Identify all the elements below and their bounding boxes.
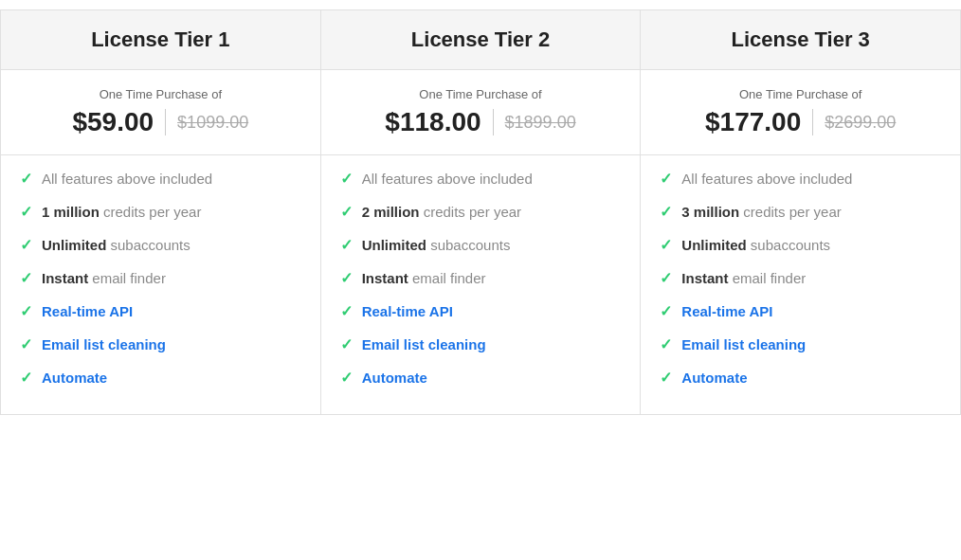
features-list-3: ✓All features above included✓3 million c… xyxy=(641,155,960,414)
features-list-2: ✓All features above included✓2 million c… xyxy=(321,155,641,414)
current-price-2: $118.00 xyxy=(385,107,480,137)
tier-header-1: License Tier 1 xyxy=(1,10,320,70)
tier-header-2: License Tier 2 xyxy=(321,10,641,70)
feature-text-2-6[interactable]: Email list cleaning xyxy=(362,334,486,354)
check-icon-1-6: ✓ xyxy=(20,335,32,353)
price-row-1: $59.00$1099.00 xyxy=(20,107,301,137)
check-icon-2-3: ✓ xyxy=(340,236,353,254)
tier-card-1: License Tier 1One Time Purchase of$59.00… xyxy=(0,9,320,415)
feature-item-3-6: ✓Email list cleaning xyxy=(660,334,941,354)
check-icon-3-6: ✓ xyxy=(660,335,672,353)
feature-text-2-1: All features above included xyxy=(362,169,533,189)
feature-text-3-1: All features above included xyxy=(681,169,852,189)
feature-item-3-2: ✓3 million credits per year xyxy=(660,202,941,222)
feature-text-3-4: Instant email finder xyxy=(681,268,806,288)
check-icon-1-4: ✓ xyxy=(20,269,32,287)
check-icon-2-5: ✓ xyxy=(340,302,353,320)
tier-title-2: License Tier 2 xyxy=(340,27,622,52)
price-row-2: $118.00$1899.00 xyxy=(340,107,622,137)
check-icon-3-1: ✓ xyxy=(660,170,672,188)
feature-text-1-3: Unlimited subaccounts xyxy=(42,235,190,255)
price-divider-1 xyxy=(165,109,166,135)
current-price-3: $177.00 xyxy=(705,107,801,137)
feature-item-2-2: ✓2 million credits per year xyxy=(340,202,622,222)
feature-text-2-3: Unlimited subaccounts xyxy=(362,235,511,255)
feature-item-2-1: ✓All features above included xyxy=(340,169,622,189)
feature-text-2-2: 2 million credits per year xyxy=(362,202,521,222)
check-icon-3-3: ✓ xyxy=(660,236,672,254)
one-time-label-2: One Time Purchase of xyxy=(340,87,622,101)
feature-text-1-7[interactable]: Automate xyxy=(42,368,107,388)
check-icon-1-5: ✓ xyxy=(20,302,32,320)
feature-text-1-1: All features above included xyxy=(42,169,212,189)
feature-item-1-2: ✓1 million credits per year xyxy=(20,202,301,222)
feature-text-3-2: 3 million credits per year xyxy=(681,202,841,222)
one-time-label-3: One Time Purchase of xyxy=(660,87,941,101)
feature-text-2-4: Instant email finder xyxy=(362,268,486,288)
tier-card-3: License Tier 3One Time Purchase of$177.0… xyxy=(640,9,961,415)
feature-item-1-3: ✓Unlimited subaccounts xyxy=(20,235,301,255)
feature-item-3-1: ✓All features above included xyxy=(660,169,941,189)
check-icon-1-1: ✓ xyxy=(20,170,32,188)
feature-text-1-2: 1 million credits per year xyxy=(42,202,201,222)
feature-text-3-5[interactable]: Real-time API xyxy=(681,301,772,321)
feature-text-3-3: Unlimited subaccounts xyxy=(681,235,830,255)
feature-item-1-5: ✓Real-time API xyxy=(20,301,301,321)
price-divider-3 xyxy=(812,109,813,135)
check-icon-3-2: ✓ xyxy=(660,203,672,221)
feature-item-3-5: ✓Real-time API xyxy=(660,301,941,321)
check-icon-1-2: ✓ xyxy=(20,203,32,221)
feature-item-2-4: ✓Instant email finder xyxy=(340,268,622,288)
check-icon-2-1: ✓ xyxy=(340,170,353,188)
check-icon-2-6: ✓ xyxy=(340,335,353,353)
tier-pricing-2: One Time Purchase of$118.00$1899.00 xyxy=(321,70,641,155)
tier-pricing-3: One Time Purchase of$177.00$2699.00 xyxy=(641,70,960,155)
feature-item-2-6: ✓Email list cleaning xyxy=(340,334,622,354)
check-icon-2-7: ✓ xyxy=(340,369,353,387)
price-divider-2 xyxy=(493,109,494,135)
feature-text-1-6[interactable]: Email list cleaning xyxy=(42,334,166,354)
feature-item-2-3: ✓Unlimited subaccounts xyxy=(340,235,622,255)
feature-text-2-7[interactable]: Automate xyxy=(362,368,427,388)
feature-item-3-3: ✓Unlimited subaccounts xyxy=(660,235,941,255)
check-icon-3-5: ✓ xyxy=(660,302,672,320)
feature-text-3-6[interactable]: Email list cleaning xyxy=(681,334,806,354)
check-icon-2-2: ✓ xyxy=(340,203,353,221)
feature-item-1-1: ✓All features above included xyxy=(20,169,301,189)
feature-text-1-5[interactable]: Real-time API xyxy=(42,301,133,321)
feature-item-1-4: ✓Instant email finder xyxy=(20,268,301,288)
pricing-container: License Tier 1One Time Purchase of$59.00… xyxy=(0,9,961,415)
feature-text-2-5[interactable]: Real-time API xyxy=(362,301,453,321)
tier-card-2: License Tier 2One Time Purchase of$118.0… xyxy=(320,9,641,415)
feature-item-2-7: ✓Automate xyxy=(340,368,622,388)
one-time-label-1: One Time Purchase of xyxy=(20,87,301,101)
feature-item-3-4: ✓Instant email finder xyxy=(660,268,941,288)
tier-title-1: License Tier 1 xyxy=(20,27,301,52)
check-icon-3-4: ✓ xyxy=(660,269,672,287)
tier-pricing-1: One Time Purchase of$59.00$1099.00 xyxy=(1,70,320,155)
check-icon-1-3: ✓ xyxy=(20,236,32,254)
original-price-3: $2699.00 xyxy=(825,113,896,133)
original-price-1: $1099.00 xyxy=(177,113,248,133)
features-list-1: ✓All features above included✓1 million c… xyxy=(1,155,320,414)
check-icon-3-7: ✓ xyxy=(660,369,672,387)
tier-header-3: License Tier 3 xyxy=(641,10,960,70)
feature-text-3-7[interactable]: Automate xyxy=(681,368,747,388)
feature-item-1-7: ✓Automate xyxy=(20,368,301,388)
check-icon-1-7: ✓ xyxy=(20,369,32,387)
feature-item-1-6: ✓Email list cleaning xyxy=(20,334,301,354)
check-icon-2-4: ✓ xyxy=(340,269,353,287)
feature-item-3-7: ✓Automate xyxy=(660,368,941,388)
current-price-1: $59.00 xyxy=(72,107,154,137)
feature-item-2-5: ✓Real-time API xyxy=(340,301,622,321)
original-price-2: $1899.00 xyxy=(505,113,576,133)
feature-text-1-4: Instant email finder xyxy=(42,268,166,288)
tier-title-3: License Tier 3 xyxy=(660,27,941,52)
price-row-3: $177.00$2699.00 xyxy=(660,107,941,137)
